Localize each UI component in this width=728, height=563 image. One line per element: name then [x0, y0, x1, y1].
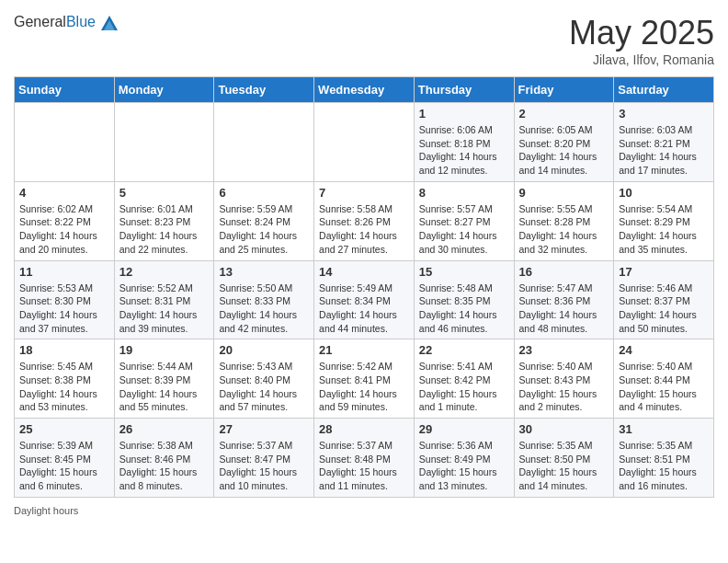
calendar-cell: 16Sunrise: 5:47 AM Sunset: 8:36 PM Dayli…: [514, 260, 614, 339]
calendar-week-2: 4Sunrise: 6:02 AM Sunset: 8:22 PM Daylig…: [15, 181, 714, 260]
day-info: Sunrise: 5:41 AM Sunset: 8:42 PM Dayligh…: [419, 360, 509, 414]
calendar-cell: 22Sunrise: 5:41 AM Sunset: 8:42 PM Dayli…: [414, 339, 514, 419]
day-number: 28: [319, 422, 409, 436]
day-info: Sunrise: 5:46 AM Sunset: 8:37 PM Dayligh…: [619, 282, 709, 336]
day-number: 3: [619, 107, 709, 121]
day-info: Sunrise: 5:35 AM Sunset: 8:51 PM Dayligh…: [619, 439, 709, 493]
calendar-cell: 19Sunrise: 5:44 AM Sunset: 8:39 PM Dayli…: [114, 339, 214, 419]
header-day-monday: Monday: [114, 77, 214, 103]
day-number: 5: [119, 186, 210, 200]
day-info: Sunrise: 5:37 AM Sunset: 8:47 PM Dayligh…: [219, 439, 309, 493]
day-number: 27: [219, 422, 309, 436]
header-day-tuesday: Tuesday: [214, 77, 314, 103]
day-info: Sunrise: 5:38 AM Sunset: 8:46 PM Dayligh…: [119, 439, 210, 493]
page-header: GeneralBlue May 2025 Jilava, Ilfov, Roma…: [14, 14, 714, 67]
day-info: Sunrise: 6:06 AM Sunset: 8:18 PM Dayligh…: [419, 123, 509, 178]
calendar-cell: 31Sunrise: 5:35 AM Sunset: 8:51 PM Dayli…: [614, 419, 714, 498]
day-number: 22: [419, 343, 509, 357]
day-info: Sunrise: 5:43 AM Sunset: 8:40 PM Dayligh…: [219, 360, 309, 414]
logo-general-text: General: [14, 14, 66, 29]
calendar-cell: 18Sunrise: 5:45 AM Sunset: 8:38 PM Dayli…: [15, 339, 115, 419]
calendar-cell: 20Sunrise: 5:43 AM Sunset: 8:40 PM Dayli…: [214, 339, 314, 419]
day-number: 18: [19, 343, 109, 357]
day-info: Sunrise: 5:39 AM Sunset: 8:45 PM Dayligh…: [19, 439, 109, 493]
day-number: 19: [119, 343, 210, 357]
day-info: Sunrise: 6:01 AM Sunset: 8:23 PM Dayligh…: [119, 202, 210, 257]
day-info: Sunrise: 5:52 AM Sunset: 8:31 PM Dayligh…: [119, 282, 210, 336]
day-number: 17: [619, 265, 709, 279]
header-day-wednesday: Wednesday: [314, 77, 415, 103]
day-info: Sunrise: 5:49 AM Sunset: 8:34 PM Dayligh…: [319, 282, 409, 336]
calendar-cell: 10Sunrise: 5:54 AM Sunset: 8:29 PM Dayli…: [614, 181, 714, 260]
calendar-cell: 24Sunrise: 5:40 AM Sunset: 8:44 PM Dayli…: [614, 339, 714, 419]
calendar-body: 1Sunrise: 6:06 AM Sunset: 8:18 PM Daylig…: [15, 103, 714, 498]
calendar-cell: 12Sunrise: 5:52 AM Sunset: 8:31 PM Dayli…: [114, 260, 214, 339]
daylight-label: Daylight hours: [14, 505, 78, 516]
calendar-cell: 14Sunrise: 5:49 AM Sunset: 8:34 PM Dayli…: [314, 260, 415, 339]
day-number: 1: [419, 107, 509, 121]
calendar-week-5: 25Sunrise: 5:39 AM Sunset: 8:45 PM Dayli…: [15, 419, 714, 498]
day-info: Sunrise: 5:58 AM Sunset: 8:26 PM Dayligh…: [319, 202, 409, 257]
calendar-cell: 6Sunrise: 5:59 AM Sunset: 8:24 PM Daylig…: [214, 181, 314, 260]
day-number: 6: [219, 186, 309, 200]
day-info: Sunrise: 5:47 AM Sunset: 8:36 PM Dayligh…: [519, 282, 609, 336]
day-number: 2: [519, 107, 609, 121]
calendar-cell: 29Sunrise: 5:36 AM Sunset: 8:49 PM Dayli…: [414, 419, 514, 498]
day-info: Sunrise: 5:50 AM Sunset: 8:33 PM Dayligh…: [219, 282, 309, 336]
day-number: 15: [419, 265, 509, 279]
day-number: 29: [419, 422, 509, 436]
month-title: May 2025: [569, 14, 714, 52]
day-number: 25: [19, 422, 109, 436]
header-day-sunday: Sunday: [15, 77, 115, 103]
calendar-cell: 23Sunrise: 5:40 AM Sunset: 8:43 PM Dayli…: [514, 339, 614, 419]
calendar-cell: [114, 103, 214, 182]
calendar-cell: 15Sunrise: 5:48 AM Sunset: 8:35 PM Dayli…: [414, 260, 514, 339]
calendar-cell: 25Sunrise: 5:39 AM Sunset: 8:45 PM Dayli…: [15, 419, 115, 498]
calendar-cell: 30Sunrise: 5:35 AM Sunset: 8:50 PM Dayli…: [514, 419, 614, 498]
day-info: Sunrise: 5:59 AM Sunset: 8:24 PM Dayligh…: [219, 202, 309, 257]
title-block: May 2025 Jilava, Ilfov, Romania: [569, 14, 714, 67]
day-number: 13: [219, 265, 309, 279]
day-info: Sunrise: 5:54 AM Sunset: 8:29 PM Dayligh…: [619, 202, 709, 257]
calendar-cell: 28Sunrise: 5:37 AM Sunset: 8:48 PM Dayli…: [314, 419, 415, 498]
day-number: 31: [619, 422, 709, 436]
logo-blue-text: Blue: [66, 14, 96, 29]
calendar-table: SundayMondayTuesdayWednesdayThursdayFrid…: [14, 76, 714, 498]
header-day-friday: Friday: [514, 77, 614, 103]
calendar-cell: 17Sunrise: 5:46 AM Sunset: 8:37 PM Dayli…: [614, 260, 714, 339]
day-info: Sunrise: 5:40 AM Sunset: 8:43 PM Dayligh…: [519, 360, 609, 414]
header-day-saturday: Saturday: [614, 77, 714, 103]
calendar-cell: 4Sunrise: 6:02 AM Sunset: 8:22 PM Daylig…: [15, 181, 115, 260]
day-info: Sunrise: 5:35 AM Sunset: 8:50 PM Dayligh…: [519, 439, 609, 493]
calendar-cell: 9Sunrise: 5:55 AM Sunset: 8:28 PM Daylig…: [514, 181, 614, 260]
calendar-cell: 3Sunrise: 6:03 AM Sunset: 8:21 PM Daylig…: [614, 103, 714, 182]
day-number: 4: [19, 186, 109, 200]
calendar-header: SundayMondayTuesdayWednesdayThursdayFrid…: [15, 77, 714, 103]
calendar-week-4: 18Sunrise: 5:45 AM Sunset: 8:38 PM Dayli…: [15, 339, 714, 419]
header-row: SundayMondayTuesdayWednesdayThursdayFrid…: [15, 77, 714, 103]
day-number: 21: [319, 343, 409, 357]
day-info: Sunrise: 6:03 AM Sunset: 8:21 PM Dayligh…: [619, 123, 709, 178]
calendar-cell: 21Sunrise: 5:42 AM Sunset: 8:41 PM Dayli…: [314, 339, 415, 419]
day-number: 12: [119, 265, 210, 279]
day-info: Sunrise: 5:40 AM Sunset: 8:44 PM Dayligh…: [619, 360, 709, 414]
day-info: Sunrise: 5:53 AM Sunset: 8:30 PM Dayligh…: [19, 282, 109, 336]
calendar-cell: 8Sunrise: 5:57 AM Sunset: 8:27 PM Daylig…: [414, 181, 514, 260]
day-number: 7: [319, 186, 409, 200]
calendar-week-3: 11Sunrise: 5:53 AM Sunset: 8:30 PM Dayli…: [15, 260, 714, 339]
calendar-cell: 26Sunrise: 5:38 AM Sunset: 8:46 PM Dayli…: [114, 419, 214, 498]
day-number: 16: [519, 265, 609, 279]
footer: Daylight hours: [14, 505, 714, 516]
calendar-cell: [15, 103, 115, 182]
calendar-cell: 5Sunrise: 6:01 AM Sunset: 8:23 PM Daylig…: [114, 181, 214, 260]
day-info: Sunrise: 6:02 AM Sunset: 8:22 PM Dayligh…: [19, 202, 109, 257]
calendar-cell: 11Sunrise: 5:53 AM Sunset: 8:30 PM Dayli…: [15, 260, 115, 339]
day-info: Sunrise: 5:55 AM Sunset: 8:28 PM Dayligh…: [519, 202, 609, 257]
day-info: Sunrise: 5:42 AM Sunset: 8:41 PM Dayligh…: [319, 360, 409, 414]
day-number: 8: [419, 186, 509, 200]
calendar-cell: 27Sunrise: 5:37 AM Sunset: 8:47 PM Dayli…: [214, 419, 314, 498]
day-number: 23: [519, 343, 609, 357]
day-info: Sunrise: 5:36 AM Sunset: 8:49 PM Dayligh…: [419, 439, 509, 493]
day-number: 9: [519, 186, 609, 200]
day-number: 10: [619, 186, 709, 200]
